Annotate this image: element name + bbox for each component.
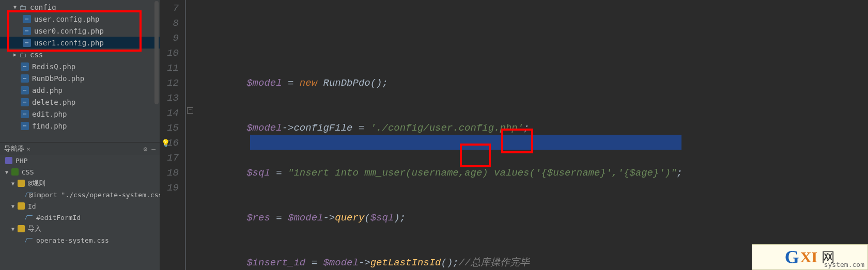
chevron-down-icon: ▼ <box>11 203 18 209</box>
folder-config[interactable]: ▼ 🗀 config <box>0 1 160 13</box>
chevron-down-icon: ▼ <box>5 169 11 175</box>
php-file-icon: ⋯ <box>21 74 29 83</box>
php-icon <box>5 157 12 164</box>
nav-id[interactable]: ▼ Id <box>0 200 160 212</box>
file-user1-config[interactable]: ⋯ user1.config.php <box>0 37 160 49</box>
nav-operate-css[interactable]: operate-system.css <box>0 234 160 246</box>
sidebar: ▼ 🗀 config ⋯ user.config.php ⋯ user0.con… <box>0 0 160 270</box>
file-edit[interactable]: ⋯ edit.php <box>0 108 160 120</box>
code-area[interactable]: 💡 $model = new RunDbPdo(); $model->confi… <box>196 0 868 270</box>
lightbulb-icon[interactable]: 💡 <box>161 136 169 145</box>
nav-label: Id <box>28 202 36 210</box>
fold-gutter: − <box>186 0 196 270</box>
line-number: 11 <box>160 61 179 76</box>
nav-label: operate-system.css <box>36 236 109 244</box>
import-icon <box>18 225 25 232</box>
hash-icon <box>26 214 33 221</box>
chevron-down-icon: ▼ <box>11 4 19 10</box>
file-label: user1.config.php <box>34 39 104 47</box>
logo-sub: system.com <box>824 261 864 268</box>
line-number: 15 <box>160 121 179 136</box>
file-add[interactable]: ⋯ add.php <box>0 84 160 96</box>
id-icon <box>18 202 25 210</box>
file-label: find.php <box>32 122 67 130</box>
nav-css[interactable]: ▼ CSS <box>0 166 160 178</box>
nav-rule[interactable]: ▼ @规则 <box>0 178 160 189</box>
tree-scrollbar[interactable] <box>154 0 159 142</box>
line-number: 7 <box>160 1 179 16</box>
close-icon[interactable]: × <box>26 145 30 153</box>
file-rundb[interactable]: ⋯ RunDbPdo.php <box>0 72 160 84</box>
gear-icon[interactable]: ⚙ — <box>144 145 156 153</box>
line-number: 18 <box>160 166 179 181</box>
code-line: $sql = "insert into mm_user(username,age… <box>199 166 868 181</box>
line-number: 17 <box>160 151 179 166</box>
navigator-header[interactable]: 导航器 × ⚙ — <box>0 142 160 155</box>
file-redis[interactable]: ⋯ RedisQ.php <box>0 60 160 72</box>
line-number: 8 <box>160 16 179 31</box>
php-file-icon: ⋯ <box>21 86 29 94</box>
folder-label: config <box>30 3 56 11</box>
nav-import[interactable]: @import "./css/operate-system.css" <box>0 189 160 200</box>
nav-label: #editFormId <box>36 214 81 221</box>
chevron-right-icon: ▶ <box>11 52 19 57</box>
rule-icon <box>18 180 25 187</box>
code-line: $res = $model->query($sql); <box>199 211 868 226</box>
code-line: $model->configFile = './config/user.conf… <box>199 121 868 136</box>
file-user-config[interactable]: ⋯ user.config.php <box>0 13 160 25</box>
line-number: 14 <box>160 106 179 121</box>
php-file-icon: ⋯ <box>23 15 31 23</box>
file-label: RedisQ.php <box>32 62 75 71</box>
nav-daoru[interactable]: ▼ 导入 <box>0 223 160 234</box>
nav-label: CSS <box>22 168 34 176</box>
php-file-icon: ⋯ <box>23 39 31 47</box>
folder-icon: 🗀 <box>19 51 27 59</box>
nav-php[interactable]: PHP <box>0 155 160 166</box>
logo-g: G <box>785 246 799 268</box>
code-editor[interactable]: 7 8 9 10 11 12 13 14 15 16 17 18 19 − 💡 … <box>160 0 868 270</box>
code-line: $model = new RunDbPdo(); <box>199 76 868 91</box>
file-user0-config[interactable]: ⋯ user0.config.php <box>0 25 160 37</box>
php-file-icon: ⋯ <box>21 110 29 118</box>
php-file-icon: ⋯ <box>21 98 29 106</box>
line-number: 19 <box>160 181 179 196</box>
navigator-title: 导航器 <box>4 144 24 153</box>
file-find[interactable]: ⋯ find.php <box>0 120 160 132</box>
file-label: user.config.php <box>34 15 99 23</box>
line-number: 9 <box>160 31 179 46</box>
line-number: 10 <box>160 46 179 61</box>
file-label: edit.php <box>32 110 67 118</box>
nav-label: 导入 <box>28 224 41 233</box>
file-label: add.php <box>32 86 63 94</box>
file-label: RunDbPdo.php <box>32 74 84 83</box>
nav-label: PHP <box>16 157 27 165</box>
css-icon <box>11 168 19 176</box>
line-number: 12 <box>160 76 179 91</box>
nav-label: @import "./css/operate-system.css" <box>29 191 166 199</box>
line-number: 13 <box>160 91 179 106</box>
line-gutter: 7 8 9 10 11 12 13 14 15 16 17 18 19 <box>160 0 186 270</box>
file-icon <box>26 236 33 244</box>
logo-xi: XI <box>800 248 817 266</box>
file-label: delete.php <box>32 98 75 106</box>
file-label: user0.config.php <box>34 27 104 35</box>
selection-highlight <box>250 135 681 150</box>
fold-minus-icon[interactable]: − <box>187 107 193 114</box>
folder-css[interactable]: ▶ 🗀 css <box>0 49 160 60</box>
project-tree: ▼ 🗀 config ⋯ user.config.php ⋯ user0.con… <box>0 0 160 142</box>
chevron-down-icon: ▼ <box>11 181 18 186</box>
php-file-icon: ⋯ <box>21 122 29 130</box>
folder-icon: 🗀 <box>19 3 27 11</box>
folder-label: css <box>30 51 43 59</box>
php-file-icon: ⋯ <box>23 27 31 35</box>
navigator-panel: 导航器 × ⚙ — PHP ▼ CSS ▼ @规则 @import "./css… <box>0 142 160 270</box>
chevron-down-icon: ▼ <box>11 226 18 232</box>
nav-editform[interactable]: #editFormId <box>0 212 160 223</box>
nav-label: @规则 <box>28 179 45 188</box>
watermark-logo: G XI 网 system.com <box>752 244 868 270</box>
file-delete[interactable]: ⋯ delete.php <box>0 96 160 108</box>
php-file-icon: ⋯ <box>21 62 29 71</box>
